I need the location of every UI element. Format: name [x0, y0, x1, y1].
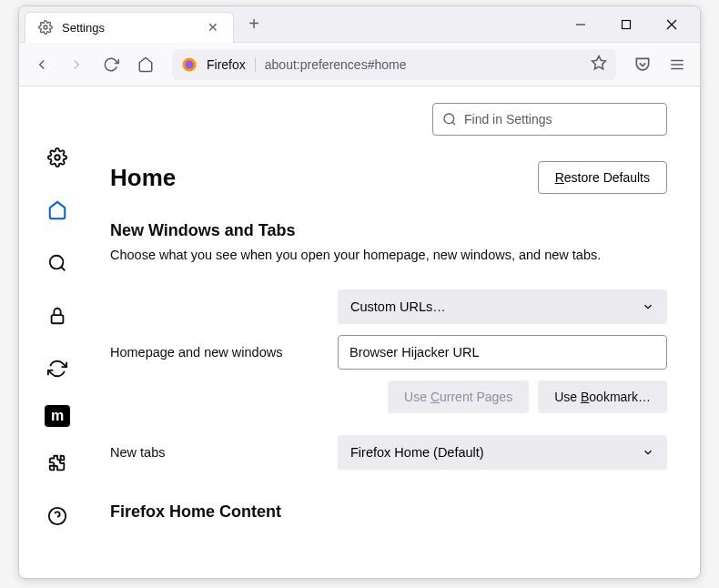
identity-label: Firefox — [207, 57, 246, 72]
url-text: about:preferences#home — [255, 57, 407, 72]
content-area: m Find in Settings Home Restore Defaults… — [19, 86, 700, 578]
svg-rect-2 — [623, 20, 631, 28]
sidebar-item-home[interactable] — [41, 194, 74, 227]
firefox-icon — [181, 56, 197, 73]
tab-title: Settings — [62, 21, 195, 35]
chevron-down-icon — [642, 300, 654, 313]
sidebar-item-help[interactable] — [41, 500, 74, 532]
svg-point-6 — [186, 60, 194, 68]
restore-defaults-button[interactable]: Restore Defaults — [538, 161, 667, 194]
url-bar[interactable]: Firefox about:preferences#home — [172, 49, 616, 80]
use-current-pages-button[interactable]: Use Current Pages — [388, 380, 529, 413]
close-window-button[interactable] — [649, 8, 694, 41]
maximize-button[interactable] — [603, 8, 649, 41]
sidebar-item-sync[interactable] — [41, 352, 74, 385]
bookmark-star-icon[interactable] — [591, 55, 607, 74]
chevron-down-icon — [642, 446, 654, 459]
new-tab-button[interactable]: + — [239, 10, 268, 39]
sidebar-item-general[interactable] — [41, 141, 74, 174]
svg-rect-14 — [52, 315, 64, 323]
svg-point-12 — [50, 256, 64, 269]
forward-button[interactable] — [61, 49, 92, 80]
search-input[interactable]: Find in Settings — [432, 103, 667, 136]
svg-line-13 — [61, 267, 65, 270]
homepage-url-input[interactable] — [338, 335, 667, 370]
main-panel: Find in Settings Home Restore Defaults N… — [96, 86, 700, 578]
page-title: Home — [110, 164, 176, 192]
search-placeholder: Find in Settings — [464, 112, 552, 127]
svg-point-11 — [55, 155, 60, 160]
svg-line-18 — [452, 122, 455, 125]
back-button[interactable] — [26, 49, 57, 80]
newtabs-dropdown[interactable]: Firefox Home (Default) — [338, 435, 667, 470]
sidebar-item-privacy[interactable] — [41, 299, 74, 332]
browser-window: Settings ✕ + Firefox about:preferences#h… — [18, 5, 701, 579]
tab-settings[interactable]: Settings ✕ — [25, 12, 234, 43]
toolbar: Firefox about:preferences#home — [19, 43, 700, 86]
section-home-content-title: Firefox Home Content — [110, 502, 667, 522]
reload-button[interactable] — [96, 49, 127, 80]
svg-point-17 — [444, 114, 454, 124]
gear-icon — [38, 20, 53, 35]
tab-bar: Settings ✕ + — [19, 6, 700, 43]
section-new-windows-title: New Windows and Tabs — [110, 221, 667, 240]
pocket-icon[interactable] — [627, 49, 658, 80]
svg-marker-7 — [592, 56, 606, 69]
dropdown-value: Firefox Home (Default) — [350, 445, 484, 460]
home-button[interactable] — [130, 49, 161, 80]
use-bookmark-button[interactable]: Use Bookmark… — [538, 380, 667, 413]
menu-icon[interactable] — [662, 49, 693, 80]
newtabs-label: New tabs — [110, 445, 319, 460]
search-icon — [442, 112, 457, 127]
minimize-button[interactable] — [558, 8, 603, 41]
homepage-mode-dropdown[interactable]: Custom URLs… — [338, 289, 667, 324]
homepage-label: Homepage and new windows — [110, 345, 319, 360]
close-tab-icon[interactable]: ✕ — [204, 18, 222, 36]
sidebar-item-search[interactable] — [41, 247, 74, 279]
sidebar-item-m[interactable]: m — [45, 405, 70, 427]
section-new-windows-desc: Choose what you see when you open your h… — [110, 248, 667, 262]
svg-point-0 — [44, 25, 47, 29]
sidebar: m — [19, 86, 96, 578]
dropdown-value: Custom URLs… — [350, 299, 446, 314]
sidebar-item-extensions[interactable] — [41, 447, 74, 480]
